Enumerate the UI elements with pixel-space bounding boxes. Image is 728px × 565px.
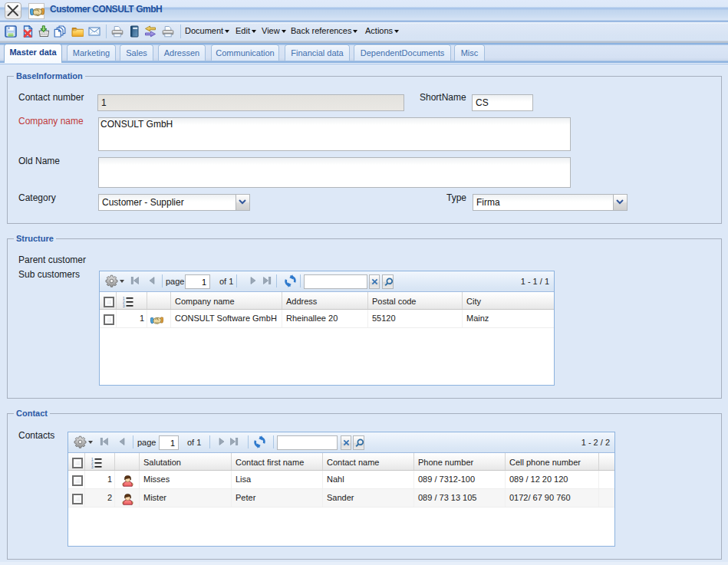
svg-text:3: 3 xyxy=(91,465,94,468)
svg-text:3: 3 xyxy=(123,304,125,307)
